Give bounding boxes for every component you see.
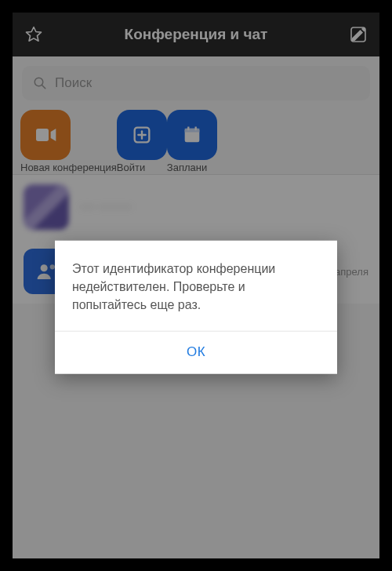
app-screen: Конференция и чат Поиск Новая конференци…	[13, 13, 379, 558]
device-frame: Конференция и чат Поиск Новая конференци…	[0, 0, 392, 571]
error-dialog: Этот идентификатор конференции недействи…	[55, 241, 337, 375]
dialog-ok-button[interactable]: ОК	[55, 332, 337, 374]
dialog-message: Этот идентификатор конференции недействи…	[55, 241, 337, 332]
